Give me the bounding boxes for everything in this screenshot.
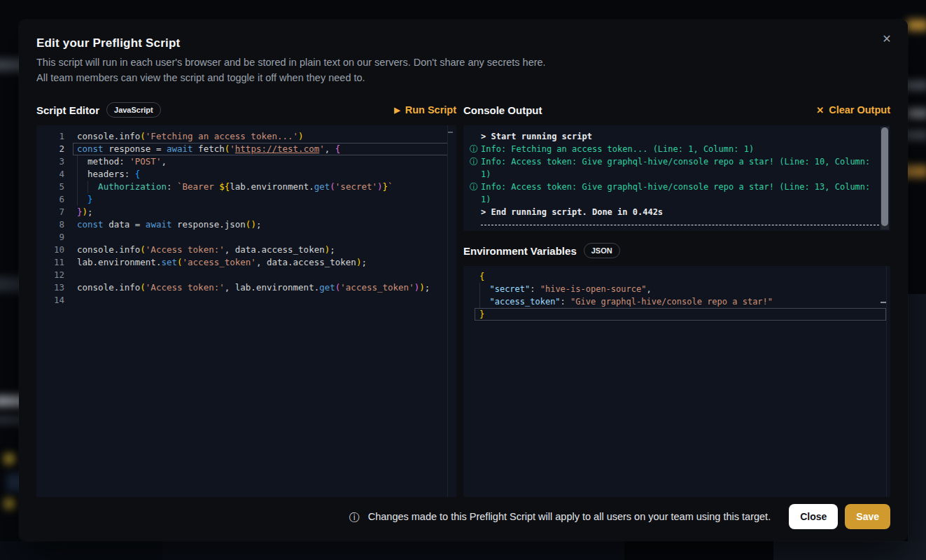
code-line: 12 xyxy=(36,269,456,281)
code-token: const xyxy=(77,219,104,230)
line-number: 9 xyxy=(36,231,64,244)
environment-editor[interactable]: { "secret": "hive-is-open-source", "acce… xyxy=(463,266,890,497)
code-token: await xyxy=(146,219,172,230)
code-token xyxy=(479,283,489,295)
code-token xyxy=(77,194,87,204)
line-number: 14 xyxy=(36,294,64,307)
console-line xyxy=(467,218,879,225)
code-line: 3 method: 'POST', xyxy=(36,155,456,168)
code-token: response = xyxy=(104,144,167,154)
code-content: const data = await response.json(); xyxy=(73,218,448,231)
info-circle-icon: ⓘ xyxy=(467,143,481,155)
code-line: 6 } xyxy=(36,193,456,206)
env-json-line: "access_token": "Give graphql-hive/conso… xyxy=(475,295,886,308)
code-line: 9 xyxy=(36,231,456,244)
code-token: lab.environment. xyxy=(77,257,161,267)
clear-output-button[interactable]: ✕ Clear Output xyxy=(816,104,890,115)
code-content: } xyxy=(73,193,448,206)
code-token: ` xyxy=(388,181,393,192)
line-number: 5 xyxy=(36,181,64,193)
code-token: `Bearer xyxy=(177,181,219,192)
code-token: 'access_token' xyxy=(340,282,414,293)
console-line-gutter xyxy=(467,218,481,225)
console-line-text: Info: Access token: Give graphql-hive/co… xyxy=(481,155,879,181)
code-token: 'POST' xyxy=(129,156,161,167)
code-token: console.info xyxy=(77,282,140,293)
save-button[interactable]: Save xyxy=(845,504,890,529)
code-token: set xyxy=(161,257,177,267)
line-number: 10 xyxy=(36,244,64,256)
preflight-script-dialog: ✕ Edit your Preflight Script This script… xyxy=(19,20,908,541)
code-token: "secret" xyxy=(489,283,530,295)
page-title: Edit your Preflight Script xyxy=(36,36,890,50)
code-token: ) xyxy=(419,282,425,293)
code-token: data = xyxy=(104,219,146,230)
run-script-button[interactable]: ▶ Run Script xyxy=(394,104,456,115)
code-content: }); xyxy=(73,206,448,218)
code-token: ; xyxy=(256,219,262,230)
code-token: : xyxy=(530,283,540,295)
code-line: 14 xyxy=(36,294,456,307)
env-json-line: { xyxy=(475,270,886,283)
code-content: lab.environment.set('access_token', data… xyxy=(73,256,448,269)
code-token: headers: xyxy=(77,169,135,179)
code-content: headers: { xyxy=(73,168,448,181)
info-circle-icon: ⓘ xyxy=(467,155,481,181)
footer-note: Changes made to this Preflight Script wi… xyxy=(368,511,771,522)
code-line: 2const response = await fetch('https://t… xyxy=(36,143,456,155)
info-icon: ⓘ xyxy=(349,512,360,522)
code-token: ' xyxy=(230,144,235,154)
code-line: 8const data = await response.json(); xyxy=(36,218,456,231)
indent-guide xyxy=(77,155,78,206)
code-token: ; xyxy=(330,244,335,255)
code-token: , data.access_token xyxy=(256,257,356,267)
console-line-gutter xyxy=(467,130,481,143)
console-line: > End running script. Done in 0.442s xyxy=(467,206,879,218)
env-json-line: } xyxy=(475,308,886,321)
code-token: 'access_token' xyxy=(183,257,256,267)
console-line: ⓘInfo: Access token: Give graphql-hive/c… xyxy=(467,155,879,181)
code-content: console.info('Access token:', data.acces… xyxy=(73,244,448,256)
code-token: , lab.environment. xyxy=(225,282,319,293)
code-line: 5 Authorization: `Bearer ${lab.environme… xyxy=(36,181,456,193)
line-number: 12 xyxy=(36,269,64,281)
backdrop-smudge xyxy=(907,20,926,31)
console-scrollbar xyxy=(881,127,889,230)
console-line-text: > Start running script xyxy=(481,130,879,143)
code-token: ; xyxy=(87,206,93,217)
console-scrollbar-thumb[interactable] xyxy=(881,127,888,226)
code-token: 'secret' xyxy=(335,181,377,192)
code-token: await xyxy=(167,144,193,154)
clear-icon: ✕ xyxy=(816,106,824,115)
script-editor[interactable]: 1console.info('Fetching an access token.… xyxy=(36,125,456,497)
code-token: , xyxy=(646,283,651,295)
console-line-text: > End running script. Done in 0.442s xyxy=(481,206,879,218)
dialog-description-line2: All team members can view the script and… xyxy=(36,73,890,83)
overview-ruler-mark xyxy=(881,302,886,303)
code-token: ( xyxy=(140,244,146,255)
code-content: console.info('Fetching an access token..… xyxy=(73,130,448,143)
dialog-description-line1: This script will run in each user's brow… xyxy=(36,57,890,68)
code-content xyxy=(73,294,448,307)
code-token: "Give graphql-hive/console repo a star!" xyxy=(570,295,773,308)
code-token: ; xyxy=(425,282,430,293)
code-token: https://test.com xyxy=(235,144,319,154)
run-script-label: Run Script xyxy=(405,104,456,115)
console-output: > Start running scriptⓘInfo: Fetching an… xyxy=(463,125,890,231)
code-token: } xyxy=(383,181,388,192)
code-line: 10console.info('Access token:', data.acc… xyxy=(36,244,456,256)
code-content xyxy=(73,269,448,281)
code-token: ' xyxy=(319,144,325,154)
code-line: 4 headers: { xyxy=(36,168,456,181)
code-token: get xyxy=(314,181,330,192)
close-button[interactable]: Close xyxy=(789,504,838,529)
code-token: "hive-is-open-source" xyxy=(540,283,647,295)
backdrop-smudge xyxy=(4,498,15,509)
console-line-text: Info: Access token: Give graphql-hive/co… xyxy=(481,181,879,206)
dialog-close-button[interactable]: ✕ xyxy=(877,29,897,49)
info-circle-icon: ⓘ xyxy=(467,181,481,206)
code-token: 'Access token:' xyxy=(146,282,225,293)
console-line: > Start running script xyxy=(467,130,879,143)
code-token: ( xyxy=(177,257,183,267)
line-number: 1 xyxy=(36,130,64,143)
